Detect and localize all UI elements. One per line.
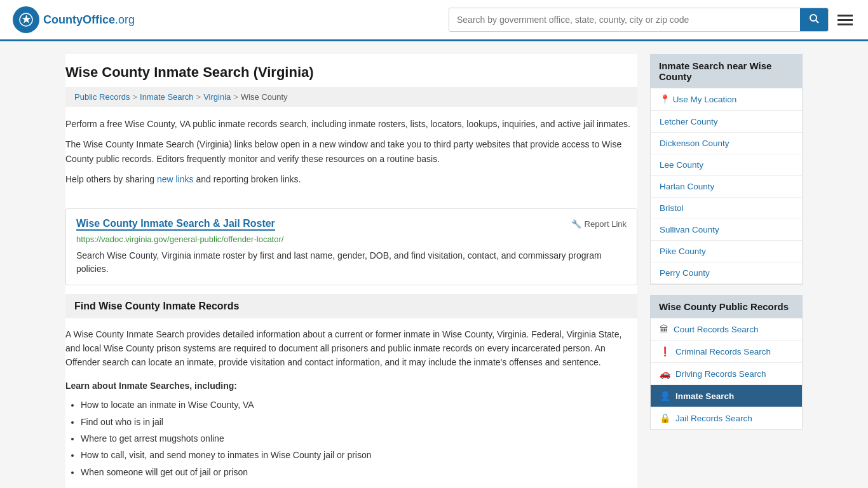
public-records-item: ❗Criminal Records Search [651, 341, 802, 363]
breadcrumb-wise-county: Wise County [241, 92, 288, 102]
nearby-list-item: Harlan County [651, 176, 802, 198]
learn-bullets: How to locate an inmate in Wise County, … [65, 398, 637, 479]
nearby-list-link[interactable]: Sullivan County [651, 219, 802, 240]
learn-heading: Learn about Inmate Searches, including: [65, 379, 637, 393]
nearby-header: Inmate Search near Wise County [650, 54, 803, 88]
link-card: Wise County Inmate Search & Jail Roster … [65, 208, 637, 285]
nearby-list-item: Letcher County [651, 111, 802, 133]
public-records-link[interactable]: 🔒Jail Records Search [651, 407, 802, 429]
sidebar-icon: 🚗 [660, 369, 670, 379]
sidebar-item-label: Court Records Search [674, 325, 759, 334]
description-2: The Wise County Inmate Search (Virginia)… [65, 137, 637, 166]
sidebar-item-label: Criminal Records Search [675, 347, 771, 356]
nearby-list-link[interactable]: Dickenson County [651, 133, 802, 154]
svg-line-4 [816, 20, 818, 23]
sidebar-icon: 🏛 [660, 324, 668, 334]
bullet-item: Find out who is in jail [81, 415, 637, 429]
description-1: Perform a free Wise County, VA public in… [65, 117, 637, 131]
use-my-location-link[interactable]: 📍 Use My Location [651, 88, 802, 111]
nearby-list-item: Sullivan County [651, 219, 802, 241]
nearby-list-item: Pike County [651, 241, 802, 262]
sidebar-icon: 🔒 [660, 413, 670, 423]
menu-bar-2 [837, 19, 853, 21]
sidebar-icon: ❗ [660, 346, 670, 356]
link-card-description: Search Wise County, Virginia inmate rost… [76, 249, 627, 276]
sidebar-item-label: Jail Records Search [675, 414, 752, 423]
sidebar-item-label: Driving Records Search [675, 369, 766, 379]
public-records-list: 🏛Court Records Search❗Criminal Records S… [650, 318, 803, 430]
menu-bar-1 [837, 15, 853, 17]
nearby-list-link[interactable]: Letcher County [651, 111, 802, 132]
search-area [449, 8, 855, 32]
bullet-item: When someone will get out of jail or pri… [81, 465, 637, 479]
site-logo[interactable]: ★ CountyOffice.org [13, 6, 135, 33]
nearby-list-link[interactable]: Lee County [651, 154, 802, 175]
link-card-title[interactable]: Wise County Inmate Search & Jail Roster [76, 218, 275, 231]
site-header: ★ CountyOffice.org [0, 0, 868, 41]
logo-text: CountyOffice.org [43, 13, 135, 27]
bullet-item: Where to get arrest mugshots online [81, 431, 637, 445]
logo-icon: ★ [13, 6, 39, 33]
public-records-link[interactable]: ❗Criminal Records Search [651, 341, 802, 362]
search-button[interactable] [800, 8, 828, 31]
public-records-item: 🔒Jail Records Search [651, 407, 802, 429]
nearby-list-item: Perry County [651, 262, 802, 284]
new-links-link[interactable]: new links [157, 174, 194, 184]
menu-bar-3 [837, 24, 853, 25]
nearby-list-link[interactable]: Perry County [651, 262, 802, 283]
public-records-section: Wise County Public Records 🏛Court Record… [650, 295, 803, 430]
public-records-link[interactable]: 🚗Driving Records Search [651, 363, 802, 384]
link-card-url[interactable]: https://vadoc.virginia.gov/general-publi… [76, 234, 627, 244]
sidebar-icon: 👤 [660, 391, 670, 401]
nearby-list-item: Bristol [651, 198, 802, 219]
public-records-item: 🏛Court Records Search [651, 318, 802, 341]
find-records-body: A Wise County Inmate Search provides det… [65, 327, 637, 488]
nearby-list-link[interactable]: Bristol [651, 198, 802, 219]
nearby-list-item: Dickenson County [651, 133, 802, 154]
svg-point-3 [810, 15, 817, 21]
nearby-list-link[interactable]: Pike County [651, 241, 802, 262]
description-block: Perform a free Wise County, VA public in… [65, 117, 637, 200]
bullet-item: How to locate an inmate in Wise County, … [81, 398, 637, 412]
breadcrumb-sep-2: > [196, 92, 201, 102]
public-records-link[interactable]: 🏛Court Records Search [651, 318, 802, 340]
search-icon [809, 13, 819, 24]
find-records-header: Find Wise County Inmate Records [65, 294, 637, 318]
sidebar-item-label: Inmate Search [675, 391, 734, 401]
breadcrumb-virginia[interactable]: Virginia [203, 92, 231, 102]
public-records-item: 🚗Driving Records Search [651, 363, 802, 385]
search-input[interactable] [449, 8, 800, 31]
description-3: Help others by sharing new links and rep… [65, 172, 637, 186]
content-area: Wise County Inmate Search (Virginia) Pub… [65, 54, 637, 488]
public-records-header: Wise County Public Records [650, 295, 803, 318]
nearby-list-link[interactable]: Harlan County [651, 176, 802, 197]
link-card-header: Wise County Inmate Search & Jail Roster … [76, 218, 627, 231]
breadcrumb-inmate-search[interactable]: Inmate Search [140, 92, 194, 102]
find-records-text: A Wise County Inmate Search provides det… [65, 327, 637, 370]
search-input-wrap [449, 8, 829, 32]
nearby-list: 📍 Use My Location Letcher CountyDickenso… [650, 88, 803, 285]
use-my-location-item: 📍 Use My Location [651, 88, 802, 111]
location-pin-icon: 📍 [660, 95, 670, 104]
svg-text:★: ★ [22, 14, 31, 25]
breadcrumb-sep-1: > [132, 92, 137, 102]
public-records-item: 👤Inmate Search [651, 385, 802, 407]
nearby-section: Inmate Search near Wise County 📍 Use My … [650, 54, 803, 285]
bullet-item: How to call, visit, and send money to in… [81, 448, 637, 462]
sidebar: Inmate Search near Wise County 📍 Use My … [650, 54, 803, 488]
menu-button[interactable] [835, 12, 855, 28]
report-link-button[interactable]: 🔧 Report Link [571, 219, 627, 229]
wrench-icon: 🔧 [571, 219, 581, 229]
breadcrumb-public-records[interactable]: Public Records [74, 92, 130, 102]
page-title: Wise County Inmate Search (Virginia) [65, 54, 637, 87]
breadcrumb: Public Records > Inmate Search > Virgini… [65, 87, 637, 107]
public-records-link[interactable]: 👤Inmate Search [651, 385, 802, 407]
nearby-list-item: Lee County [651, 154, 802, 176]
main-container: Wise County Inmate Search (Virginia) Pub… [53, 41, 815, 488]
breadcrumb-sep-3: > [233, 92, 238, 102]
